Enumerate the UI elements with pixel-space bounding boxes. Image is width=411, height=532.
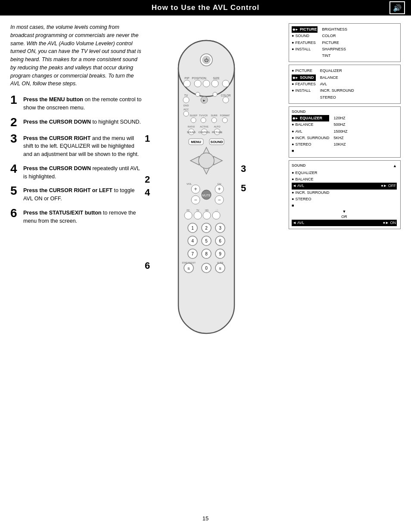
- panel2-balance: BALANCE: [320, 75, 354, 81]
- remote-with-labels: ⏻ PIP POSITION SIZE TV COLOR: [153, 36, 260, 373]
- svg-text:−: −: [218, 197, 221, 203]
- svg-text:S: S: [219, 267, 221, 271]
- svg-text:ACC: ACC: [184, 108, 189, 111]
- svg-point-66: [184, 212, 192, 219]
- svg-point-10: [203, 80, 210, 87]
- svg-text:3: 3: [219, 226, 221, 230]
- panel4-avl-on-row: ◄ AVL ●► ON: [292, 220, 397, 226]
- intro-paragraph: In most cases, the volume levels coming …: [10, 23, 144, 88]
- svg-text:SLEEP: SLEEP: [190, 114, 197, 117]
- svg-text:+: +: [218, 186, 221, 192]
- panel4-avl-off-row: ◄ AVL ●► OFF: [292, 183, 397, 189]
- svg-text:8: 8: [205, 252, 208, 256]
- panel2-left: ●PICTURE ◆►SOUND ●FEATURES ●INSTALL: [292, 68, 316, 100]
- panel3-1500hz: 1500HZ: [333, 128, 347, 135]
- panel2-install: ●INSTALL: [292, 87, 316, 94]
- panel4-avl-on-value: ●► ON: [383, 220, 396, 226]
- steps-list: 1 Press the MENU button on the remote co…: [10, 94, 144, 225]
- panel1-install: ●INSTALL: [292, 46, 318, 53]
- svg-text:AUTO: AUTO: [214, 125, 221, 128]
- step-number-1: 1: [10, 94, 20, 106]
- svg-text:TV: TV: [196, 209, 199, 212]
- svg-text:POSITION: POSITION: [192, 77, 206, 80]
- panel1-tint: TINT: [322, 53, 347, 59]
- step-2: 2 Press the CURSOR DOWN to highlight SOU…: [10, 116, 144, 128]
- panel-1: ◆►PICTURE ●SOUND ●FEATURES ●INSTALL BRIG…: [289, 23, 401, 62]
- svg-text:SOUND: SOUND: [211, 140, 223, 144]
- svg-text:⏻: ⏻: [204, 58, 209, 62]
- panel3-120hz: 120HZ: [333, 115, 347, 121]
- panel4-title: SOUND: [292, 163, 306, 168]
- panel3-right: 120HZ 500HZ 1500HZ 5KHZ 10KHZ: [333, 115, 347, 155]
- svg-point-68: [203, 212, 211, 219]
- svg-text:PC: PC: [187, 209, 190, 212]
- step-text-4: Press the CURSOR DOWN repeatedly until A…: [23, 163, 144, 181]
- svg-point-8: [184, 80, 190, 87]
- step-6: 6 Press the STATUS/EXIT button to remove…: [10, 207, 144, 225]
- panel-2: ●PICTURE ◆►SOUND ●FEATURES ●INSTALL EQUA…: [289, 65, 401, 103]
- panel1-brightness: BRIGHTNESS: [322, 26, 347, 33]
- svg-point-1: [178, 40, 234, 96]
- panel4-stereo: ●STEREO: [292, 196, 397, 202]
- step-4: 4 Press the CURSOR DOWN repeatedly until…: [10, 163, 144, 181]
- panel1-left: ◆►PICTURE ●SOUND ●FEATURES ●INSTALL: [292, 26, 318, 59]
- panel1-picture-val: PICTURE: [322, 40, 347, 46]
- svg-text:5: 5: [205, 239, 208, 243]
- step-number-3: 3: [10, 133, 20, 145]
- remote-control-area: ⏻ PIP POSITION SIZE TV COLOR: [153, 36, 260, 373]
- svg-point-15: [183, 97, 189, 103]
- panel-3: SOUND ◆►EQUALIZER ●BALANCE ●AVL ●INCR. S…: [289, 106, 401, 158]
- page-title: How to Use the AVL Control: [152, 3, 259, 12]
- panel3-stereo: ●STEREO: [292, 141, 329, 148]
- panel1-features: ●FEATURES: [292, 40, 318, 46]
- page-number: 15: [202, 515, 209, 522]
- svg-text:HD: HD: [205, 209, 209, 212]
- svg-text:SIZE: SIZE: [213, 77, 220, 80]
- step-text-1: Press the MENU button on the remote cont…: [23, 94, 144, 112]
- left-column: In most cases, the volume levels coming …: [10, 23, 144, 507]
- panel1-sharpness: SHARPNESS: [322, 46, 347, 53]
- panel3-title: SOUND: [292, 109, 397, 114]
- svg-point-67: [194, 212, 202, 219]
- step-number-5: 5: [10, 185, 20, 197]
- panel2-right: EQUALIZER BALANCE AVL INCR. SURROUND STE…: [320, 68, 354, 100]
- panel4-or: OR: [292, 215, 397, 219]
- svg-text:MENU: MENU: [191, 140, 201, 144]
- svg-text:PICTURE: PICTURE: [212, 131, 222, 134]
- audio-icon: 🔊: [389, 1, 405, 14]
- panel3-block: ■: [292, 148, 329, 154]
- svg-point-17: [213, 92, 217, 96]
- step-3: 3 Press the CURSOR RIGHT and the menu wi…: [10, 133, 144, 159]
- panel3-left: ◆►EQUALIZER ●BALANCE ●AVL ●INCR. SURROUN…: [292, 115, 329, 155]
- panel3-500hz: 500HZ: [333, 121, 347, 128]
- panel2-features: ●FEATURES: [292, 81, 316, 87]
- svg-text:TV: TV: [184, 94, 188, 97]
- svg-text:TV/VCR: TV/VCR: [199, 114, 208, 117]
- step-label-1: 1: [145, 133, 150, 144]
- panel3-equalizer: ◆►EQUALIZER: [292, 115, 329, 121]
- svg-point-23: [184, 111, 189, 116]
- svg-text:SURR: SURR: [211, 114, 218, 117]
- panel4-avl-off-value: ●► OFF: [381, 183, 396, 189]
- svg-point-30: [212, 118, 217, 123]
- panel2-avl: AVL: [320, 81, 354, 87]
- svg-point-11: [212, 80, 218, 87]
- panel2-equalizer: EQUALIZER: [320, 68, 354, 74]
- svg-text:2: 2: [205, 226, 208, 230]
- step-label-5: 5: [241, 183, 246, 194]
- svg-text:7: 7: [191, 252, 194, 256]
- step-label-2: 2: [145, 174, 150, 185]
- step-label-4: 4: [145, 187, 150, 198]
- step-5: 5 Press the CURSOR RIGHT or LEFT to togg…: [10, 185, 144, 203]
- svg-point-18: [223, 97, 229, 103]
- svg-text:CONTROL: CONTROL: [199, 131, 210, 134]
- right-column: ◆►PICTURE ●SOUND ●FEATURES ●INSTALL BRIG…: [144, 23, 401, 507]
- svg-text:+: +: [194, 186, 197, 192]
- step-label-3: 3: [241, 163, 246, 174]
- svg-text:1: 1: [191, 226, 194, 230]
- panel3-10khz: 10KHZ: [333, 141, 347, 148]
- step-number-2: 2: [10, 116, 20, 128]
- panel4-balance: ●BALANCE: [292, 176, 397, 183]
- svg-text:VOL: VOL: [187, 183, 192, 185]
- panel3-incr-surround: ●INCR. SURROUND: [292, 135, 329, 141]
